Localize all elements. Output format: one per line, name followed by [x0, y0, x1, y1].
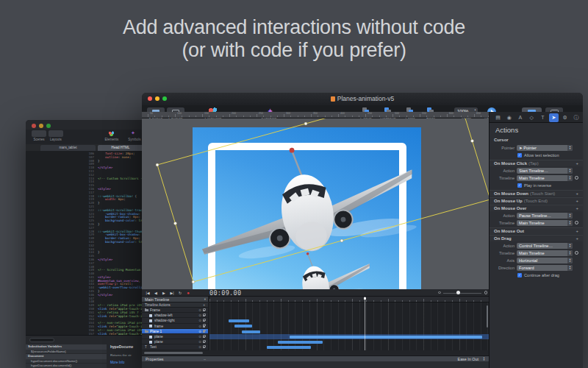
stepper-icon[interactable]: ▲▼	[567, 265, 573, 271]
stepper-icon[interactable]: ▲▼	[567, 250, 573, 256]
tab-head-html[interactable]: Head HTML	[98, 145, 143, 151]
lock-icon[interactable]	[203, 347, 205, 348]
field-dropdown[interactable]: Main Timeline▲▼	[517, 220, 573, 226]
animation-bar[interactable]	[229, 319, 249, 322]
visibility-icon[interactable]: ⊙	[198, 339, 201, 344]
layer-row[interactable]: frame⊙	[142, 324, 208, 329]
checkbox[interactable]: ✓	[517, 153, 522, 158]
field-dropdown[interactable]: Main Timeline▲▼	[517, 175, 573, 181]
layer-row[interactable]: shadow-right⊙	[142, 318, 208, 323]
selection-outline[interactable]	[142, 118, 489, 289]
visibility-icon[interactable]: ⊙	[198, 329, 201, 334]
vertical-scrollbar[interactable]	[487, 305, 489, 328]
metrics-inspector-icon[interactable]: A	[515, 113, 525, 122]
step-back-button[interactable]: ◀	[152, 289, 159, 297]
visibility-icon[interactable]: ⊙	[198, 318, 201, 323]
visibility-icon[interactable]: ⊙	[198, 313, 201, 318]
action-section-header[interactable]: On Mouse Over+	[490, 205, 583, 211]
add-action-button[interactable]: +	[576, 236, 578, 242]
action-section-header[interactable]: On Drag+	[490, 235, 583, 241]
visibility-icon[interactable]: ⊙	[198, 308, 201, 313]
document-item[interactable]: hypeDocument.documentId()	[26, 364, 107, 368]
layer-row[interactable]: plane⊙	[142, 334, 208, 339]
timeline-zoom-slider[interactable]	[443, 293, 481, 294]
field-dropdown[interactable]: Horizontal▲▼	[517, 258, 573, 263]
lock-icon[interactable]	[203, 315, 205, 316]
stepper-icon[interactable]: ▲▼	[567, 168, 573, 174]
visibility-icon[interactable]: ⊙	[198, 334, 201, 339]
stepper-icon[interactable]: ▲▼	[567, 243, 573, 249]
timeline-actions-row[interactable]: Timeline Actions+	[142, 302, 208, 308]
timeline-ruler[interactable]	[209, 297, 489, 302]
horizontal-scrollbar[interactable]	[144, 352, 203, 354]
add-action-icon[interactable]: +	[203, 302, 205, 308]
visibility-icon[interactable]: ⊙	[198, 344, 201, 350]
more-info-link[interactable]: More Info	[110, 361, 124, 364]
scene-inspector-icon[interactable]: ◉	[504, 113, 514, 122]
app-titlebar[interactable]: Planes-animation-v5	[142, 93, 583, 105]
timeline-selector[interactable]: Main Timeline▾	[142, 297, 208, 302]
actions-inspector-icon[interactable]: ➤	[549, 113, 559, 122]
scene-canvas[interactable]	[142, 118, 489, 289]
animation-bar[interactable]	[290, 336, 482, 339]
field-dropdown[interactable]: Control Timeline…▲▼	[517, 243, 573, 249]
timeline-options-button[interactable]	[575, 176, 578, 180]
timeline-options-button[interactable]	[575, 221, 578, 224]
properties-bar[interactable]: Properties – Ease In Out ▲▼	[142, 355, 489, 361]
playhead-handle[interactable]	[364, 297, 366, 300]
loop-button[interactable]: ↻	[176, 289, 184, 297]
identity-inspector-icon[interactable]: ⓘ	[571, 113, 581, 122]
zoom-button[interactable]	[46, 124, 51, 128]
timeline-options-button[interactable]	[575, 251, 578, 255]
record-button[interactable]: ●	[184, 289, 192, 297]
lock-icon[interactable]	[203, 310, 205, 311]
lock-icon[interactable]	[203, 325, 205, 327]
action-section-header[interactable]: On Mouse Down(Touch Start)+	[490, 190, 583, 197]
minimize-button[interactable]	[39, 124, 43, 128]
action-section-header[interactable]: Cursor	[490, 137, 583, 144]
zoom-out-icon[interactable]	[438, 291, 441, 294]
add-action-button[interactable]: +	[576, 228, 578, 235]
animation-bar[interactable]	[234, 325, 252, 328]
playhead[interactable]	[365, 297, 365, 350]
element-inspector-icon[interactable]: ◇	[527, 113, 537, 122]
lock-icon[interactable]	[203, 330, 205, 332]
field-dropdown[interactable]: Main Timeline▲▼	[517, 250, 573, 256]
stepper-icon[interactable]: ▲▼	[567, 145, 573, 151]
layer-row[interactable]: Plane 1⊙	[142, 329, 208, 334]
add-action-button[interactable]: +	[576, 191, 578, 197]
animation-bar[interactable]	[267, 346, 311, 349]
timeline-grid[interactable]	[209, 297, 489, 350]
animation-bar[interactable]	[242, 330, 260, 333]
lock-icon[interactable]	[203, 342, 205, 343]
field-dropdown[interactable]: Start Timeline…▲▼	[517, 168, 573, 174]
field-dropdown[interactable]: Forward▲▼	[517, 265, 573, 271]
visibility-icon[interactable]: ⊙	[198, 324, 201, 329]
symbols-icon[interactable]: ✦	[131, 130, 135, 136]
typography-inspector-icon[interactable]: T	[538, 113, 548, 122]
checkbox[interactable]: ✓	[517, 183, 522, 188]
layer-row[interactable]: plane⊙	[142, 339, 208, 344]
scenes-button[interactable]	[32, 130, 46, 137]
stepper-icon[interactable]: ▲▼	[567, 220, 573, 226]
action-section-header[interactable]: On Mouse Out+	[490, 227, 583, 234]
action-section-header[interactable]: On Mouse Click(Tap)+	[490, 160, 583, 166]
document-inspector-icon[interactable]: ▤	[493, 113, 503, 122]
tab-mars-tablet[interactable]: mars_tablet	[40, 145, 96, 151]
layer-row[interactable]: Frame⊙	[142, 308, 208, 313]
step-forward-button[interactable]: ▶|	[168, 289, 176, 297]
layer-row[interactable]: TText⊙	[142, 344, 208, 350]
stepper-icon[interactable]: ▲▼	[567, 213, 573, 219]
add-action-button[interactable]: +	[576, 205, 578, 212]
add-action-button[interactable]: +	[576, 160, 578, 167]
skip-to-start-button[interactable]: |◀	[144, 289, 151, 297]
action-section-header[interactable]: On Mouse Up(Touch End)+	[490, 197, 583, 204]
field-dropdown[interactable]: Pause Timeline…▲▼	[517, 213, 573, 219]
snippet-search-input[interactable]	[29, 338, 54, 342]
elements-icon[interactable]	[108, 131, 115, 136]
checkbox[interactable]: ✓	[517, 273, 522, 277]
zoom-in-icon[interactable]	[484, 291, 488, 294]
play-button[interactable]: ▶	[160, 289, 168, 297]
layouts-button[interactable]	[49, 130, 63, 137]
stepper-icon[interactable]: ▲▼	[567, 258, 573, 263]
